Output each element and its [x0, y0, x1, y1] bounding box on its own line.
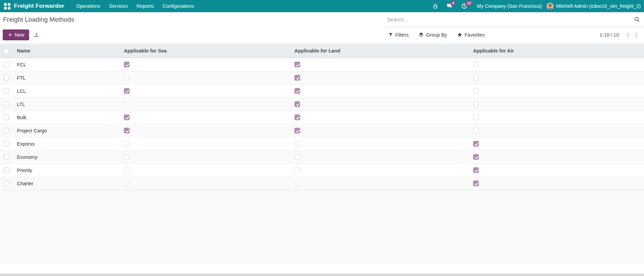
table-row[interactable]: Express [0, 137, 644, 150]
page-title: Freight Loading Methods [0, 16, 74, 23]
land-checkbox [294, 75, 300, 81]
export-download-icon[interactable] [34, 32, 39, 37]
land-checkbox [294, 128, 300, 133]
records-table: Name Applicable for Sea Applicable for L… [0, 44, 644, 190]
star-icon [457, 32, 462, 37]
row-name: Bulk [14, 111, 120, 124]
row-select-checkbox[interactable] [3, 141, 9, 147]
row-select-checkbox[interactable] [3, 88, 9, 94]
pager: 1-10 / 10 [600, 32, 641, 38]
row-select-checkbox[interactable] [3, 167, 9, 173]
sea-checkbox [124, 181, 130, 186]
control-panel: Freight Loading Methods ＋ New [0, 12, 644, 42]
land-checkbox [294, 181, 300, 186]
column-header-name[interactable]: Name [14, 44, 120, 58]
user-menu[interactable]: Mitchell Admin (odoo16_viin_freight_2) [556, 3, 641, 9]
sea-checkbox [124, 75, 130, 81]
row-name: LCL [14, 84, 120, 98]
table-row[interactable]: Economy [0, 150, 644, 164]
air-checkbox [473, 101, 479, 107]
list-body: FCL FTL LCL LTL Bulk Project Cargo [0, 58, 644, 190]
air-checkbox [473, 141, 479, 147]
sea-checkbox [124, 141, 130, 147]
air-checkbox [473, 75, 479, 81]
row-select-checkbox[interactable] [3, 154, 9, 160]
row-select-checkbox[interactable] [3, 128, 9, 133]
activities-badge: 12 [466, 1, 472, 6]
sea-checkbox [124, 88, 130, 94]
sea-checkbox [124, 167, 130, 173]
favorites-button[interactable]: Favorites [457, 32, 485, 38]
window-bottom-edge [0, 274, 644, 276]
messages-badge: 4 [451, 1, 456, 6]
user-avatar[interactable] [547, 3, 554, 10]
air-checkbox [473, 88, 479, 94]
land-checkbox [294, 88, 300, 94]
search-input[interactable] [386, 17, 631, 23]
land-checkbox [294, 141, 300, 147]
select-all-checkbox[interactable] [3, 48, 9, 54]
filter-icon [388, 33, 393, 37]
row-name: FTL [14, 71, 120, 84]
row-name: Economy [14, 150, 120, 164]
plus-icon: ＋ [7, 31, 13, 38]
group-by-button[interactable]: Group By [419, 32, 447, 38]
table-row[interactable]: LCL [0, 84, 644, 98]
land-checkbox [294, 62, 300, 67]
menu-operations[interactable]: Operations [72, 0, 105, 12]
row-name: Priority [14, 164, 120, 177]
air-checkbox [473, 181, 479, 186]
menu-configurations[interactable]: Configurations [158, 0, 199, 12]
table-row[interactable]: FCL [0, 58, 644, 71]
air-checkbox [473, 154, 479, 160]
new-button[interactable]: ＋ New [3, 29, 29, 40]
top-navbar: Freight Forwarder Operations Services Re… [0, 0, 644, 12]
row-select-checkbox[interactable] [3, 114, 9, 120]
row-select-checkbox[interactable] [3, 181, 9, 186]
pager-previous-icon[interactable] [624, 32, 632, 38]
column-header-sea[interactable]: Applicable for Sea [120, 44, 291, 58]
messages-icon[interactable]: 4 [446, 3, 453, 9]
table-row[interactable]: Bulk [0, 111, 644, 124]
pager-next-icon[interactable] [632, 32, 641, 38]
search-bar [386, 12, 644, 27]
land-checkbox [294, 114, 300, 120]
apps-menu-icon[interactable] [4, 3, 10, 9]
land-checkbox [294, 167, 300, 173]
air-checkbox [473, 62, 479, 67]
app-name[interactable]: Freight Forwarder [14, 3, 64, 9]
activities-clock-icon[interactable]: 12 [461, 3, 467, 9]
land-checkbox [294, 154, 300, 160]
table-row[interactable]: LTL [0, 98, 644, 111]
sea-checkbox [124, 62, 130, 67]
search-icon[interactable] [634, 17, 640, 22]
row-select-checkbox[interactable] [3, 62, 9, 67]
layers-icon [419, 32, 424, 37]
table-row[interactable]: FTL [0, 71, 644, 84]
sea-checkbox [124, 128, 130, 133]
debug-bug-icon[interactable] [432, 3, 438, 9]
row-select-checkbox[interactable] [3, 75, 9, 81]
menu-reports[interactable]: Reports [132, 0, 158, 12]
list-view: Name Applicable for Sea Applicable for L… [0, 42, 644, 264]
row-select-checkbox[interactable] [3, 101, 9, 107]
land-checkbox [294, 101, 300, 107]
table-row[interactable]: Charter [0, 177, 644, 190]
air-checkbox [473, 114, 479, 120]
column-header-land[interactable]: Applicable for Land [291, 44, 470, 58]
filters-button[interactable]: Filters [388, 32, 408, 38]
row-name: Charter [14, 177, 120, 190]
sea-checkbox [124, 101, 130, 107]
row-name: Express [14, 137, 120, 150]
sea-checkbox [124, 114, 130, 120]
row-name: FCL [14, 58, 120, 71]
row-name: Project Cargo [14, 124, 120, 137]
sea-checkbox [124, 154, 130, 160]
table-row[interactable]: Project Cargo [0, 124, 644, 137]
column-header-air[interactable]: Applicable for Air [470, 44, 644, 58]
row-name: LTL [14, 98, 120, 111]
company-switcher[interactable]: My Company (San Francisco) [477, 3, 542, 9]
menu-services[interactable]: Services [105, 0, 132, 12]
table-row[interactable]: Priority [0, 164, 644, 177]
pager-value: 1-10 / 10 [600, 32, 619, 38]
